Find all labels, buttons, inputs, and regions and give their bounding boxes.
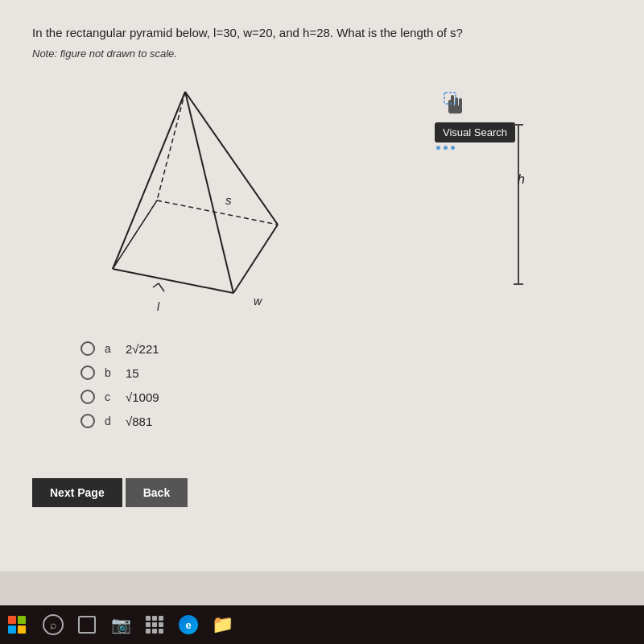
back-button[interactable]: Back xyxy=(126,478,188,507)
option-value-a: 2√221 xyxy=(126,342,159,356)
win-tile-2 xyxy=(18,616,26,624)
windows-start-button[interactable] xyxy=(8,613,31,636)
h-line-bottom-tick xyxy=(514,283,523,285)
dots-row xyxy=(436,146,455,150)
dot-g1 xyxy=(146,616,151,621)
taskbar: ⌕ 📷 e xyxy=(0,605,644,644)
dot-g7 xyxy=(146,629,151,634)
svg-text:w: w xyxy=(254,295,262,308)
dot-g4 xyxy=(146,622,151,627)
taskbar-edge-button[interactable]: e xyxy=(177,613,200,636)
taskbar-search-icon: ⌕ xyxy=(43,614,64,635)
svg-text:l: l xyxy=(157,300,160,313)
taskbar-taskview-button[interactable] xyxy=(76,613,98,636)
main-content: In the rectangular pyramid below, l=30, … xyxy=(0,0,644,572)
radio-d[interactable] xyxy=(80,414,95,428)
visual-search-popup[interactable]: Visual Search xyxy=(435,92,515,150)
option-value-b: 15 xyxy=(126,366,139,380)
option-letter-b: b xyxy=(105,366,116,379)
option-row-b: b 15 xyxy=(80,365,612,380)
radio-b[interactable] xyxy=(80,365,95,380)
h-line-top-tick xyxy=(514,124,523,126)
taskbar-left: ⌕ 📷 e xyxy=(8,613,233,636)
svg-rect-16 xyxy=(448,105,462,114)
radio-c[interactable] xyxy=(80,390,95,404)
h-label: h xyxy=(518,172,525,187)
radio-a[interactable] xyxy=(80,341,95,356)
note-text: Note: figure not drawn to scale. xyxy=(32,47,612,60)
dot-g9 xyxy=(159,629,163,634)
folder-icon: 📁 xyxy=(212,614,233,635)
dot-g8 xyxy=(152,629,157,634)
windows-icon xyxy=(8,616,26,634)
option-letter-c: c xyxy=(105,390,116,403)
taskbar-search-button[interactable]: ⌕ xyxy=(42,613,64,636)
option-row-d: d √881 xyxy=(80,414,612,428)
taskbar-grid-button[interactable] xyxy=(143,613,166,636)
edge-icon: e xyxy=(179,615,198,634)
svg-line-4 xyxy=(185,92,233,293)
option-row-c: c √1009 xyxy=(80,390,612,404)
svg-line-3 xyxy=(113,92,185,269)
win-tile-1 xyxy=(8,616,16,624)
svg-line-5 xyxy=(185,92,278,225)
option-letter-d: d xyxy=(105,415,116,427)
option-letter-a: a xyxy=(105,342,116,355)
pyramid-diagram: s w l xyxy=(80,76,298,317)
option-value-d: √881 xyxy=(126,415,152,428)
cursor-icon xyxy=(443,92,472,121)
h-line xyxy=(518,124,519,285)
question-text: In the rectangular pyramid below, l=30, … xyxy=(32,24,612,41)
dot-g2 xyxy=(152,616,157,621)
dot-3 xyxy=(451,146,455,150)
taskbar-taskview-icon xyxy=(78,616,96,634)
taskbar-folder-button[interactable]: 📁 xyxy=(211,613,233,636)
win-tile-3 xyxy=(8,625,16,634)
svg-line-6 xyxy=(113,269,233,293)
dot-g5 xyxy=(152,622,157,627)
camera-icon: 📷 xyxy=(111,615,131,634)
dot-g3 xyxy=(159,616,163,621)
option-value-c: √1009 xyxy=(126,390,159,404)
dot-g6 xyxy=(159,622,163,627)
taskbar-dots-icon xyxy=(146,616,163,634)
win-tile-4 xyxy=(18,625,26,634)
svg-text:s: s xyxy=(225,193,232,207)
svg-line-7 xyxy=(233,225,278,293)
visual-search-label[interactable]: Visual Search xyxy=(435,122,515,142)
option-row-a: a 2√221 xyxy=(80,341,612,356)
buttons-row: Next Page Back xyxy=(32,478,188,507)
taskbar-camera-button[interactable]: 📷 xyxy=(109,613,132,636)
dot-2 xyxy=(444,146,448,150)
options-area: a 2√221 b 15 c √1009 d √881 xyxy=(80,341,612,428)
svg-line-2 xyxy=(157,200,278,225)
dot-1 xyxy=(436,146,440,150)
svg-line-0 xyxy=(157,92,185,200)
next-page-button[interactable]: Next Page xyxy=(32,478,122,507)
diagram-area: s w l Visual Search xyxy=(32,76,612,325)
